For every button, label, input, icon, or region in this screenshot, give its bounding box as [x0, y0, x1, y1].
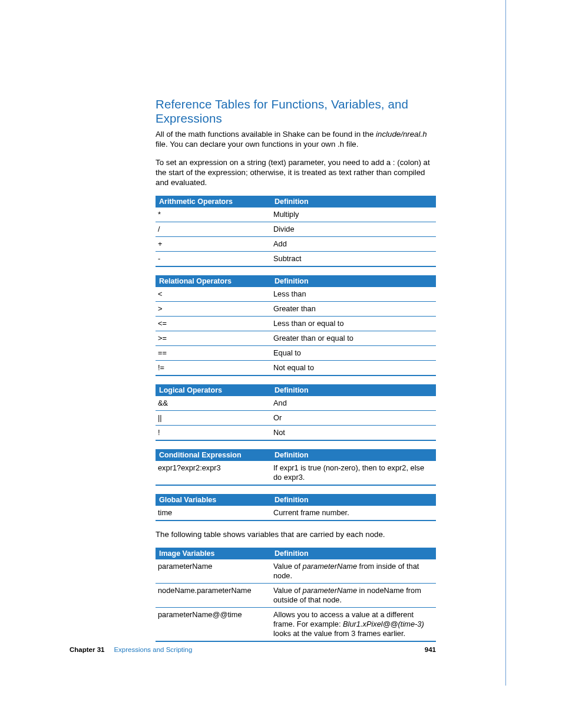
filename: include/nreal.h — [376, 130, 427, 139]
cell: Current frame number. — [271, 506, 436, 521]
cell: Equal to — [271, 346, 436, 361]
table-row: +Add — [156, 237, 436, 252]
cell: parameterName — [156, 559, 271, 584]
cell: ! — [156, 426, 271, 441]
cell: Greater than — [271, 302, 436, 317]
cell: / — [156, 222, 271, 237]
logical-operators-table: Logical Operators Definition &&And ||Or … — [156, 384, 436, 441]
cell: parameterName@@time — [156, 608, 271, 642]
intro-paragraph-1: All of the math functions available in S… — [156, 129, 436, 149]
text: Value of — [273, 562, 303, 571]
cell: || — [156, 411, 271, 426]
term: Blur1.xPixel@@(time-3) — [343, 620, 424, 628]
table-row: /Divide — [156, 222, 436, 237]
term: parameterName — [303, 586, 357, 595]
cell: Less than or equal to — [271, 317, 436, 331]
cell: < — [156, 287, 271, 302]
table-head: Relational Operators Definition — [156, 275, 436, 287]
table-row: expr1?expr2:expr3If expr1 is true (non-z… — [156, 461, 436, 485]
conditional-expression-table: Conditional Expression Definition expr1?… — [156, 449, 436, 486]
col-operator: Logical Operators — [156, 384, 271, 396]
text: file. You can declare your own functions… — [156, 140, 358, 149]
cell: && — [156, 396, 271, 411]
col-operator: Global Variables — [156, 494, 271, 506]
col-definition: Definition — [271, 548, 436, 559]
cell: And — [271, 396, 436, 411]
cell: Not equal to — [271, 361, 436, 376]
table-row: &&And — [156, 396, 436, 411]
col-definition: Definition — [271, 449, 436, 461]
cell: time — [156, 506, 271, 521]
table-row: >Greater than — [156, 302, 436, 317]
col-definition: Definition — [271, 384, 436, 396]
heading: Reference Tables for Functions, Variable… — [156, 97, 436, 126]
cell: >= — [156, 331, 271, 346]
arithmetic-operators-table: Arithmetic Operators Definition *Multipl… — [156, 196, 436, 267]
cell: expr1?expr2:expr3 — [156, 461, 271, 485]
page: Reference Tables for Functions, Variable… — [0, 0, 506, 686]
page-footer: Chapter 31 Expressions and Scripting 941 — [70, 646, 436, 653]
cell: > — [156, 302, 271, 317]
intro-paragraph-2: To set an expression on a string (text) … — [156, 157, 436, 187]
global-variables-table: Global Variables Definition timeCurrent … — [156, 494, 436, 521]
cell: - — [156, 252, 271, 267]
page-number: 941 — [425, 646, 436, 653]
cell: Or — [271, 411, 436, 426]
text: All of the math functions available in S… — [156, 130, 376, 139]
col-operator: Arithmetic Operators — [156, 196, 271, 207]
image-variables-table: Image Variables Definition parameterName… — [156, 548, 436, 642]
table-row: <=Less than or equal to — [156, 317, 436, 331]
table-row: >=Greater than or equal to — [156, 331, 436, 346]
col-operator: Conditional Expression — [156, 449, 271, 461]
table-row: timeCurrent frame number. — [156, 506, 436, 521]
cell: * — [156, 207, 271, 222]
table-row: *Multiply — [156, 207, 436, 222]
cell: Value of parameterName from inside of th… — [271, 559, 436, 584]
term: parameterName — [303, 562, 357, 571]
table-row: parameterName@@time Allows you to access… — [156, 608, 436, 642]
relational-operators-table: Relational Operators Definition <Less th… — [156, 275, 436, 376]
col-operator: Relational Operators — [156, 275, 271, 287]
cell: Multiply — [271, 207, 436, 222]
col-definition: Definition — [271, 494, 436, 506]
cell: Add — [271, 237, 436, 252]
cell: Value of parameterName in nodeName from … — [271, 584, 436, 608]
table-head: Image Variables Definition — [156, 548, 436, 559]
node-variables-intro: The following table shows variables that… — [156, 529, 436, 539]
table-row: !=Not equal to — [156, 361, 436, 376]
cell: If expr1 is true (non-zero), then to exp… — [271, 461, 436, 485]
chapter-label: Chapter 31 — [70, 646, 104, 653]
col-definition: Definition — [271, 196, 436, 207]
cell: Subtract — [271, 252, 436, 267]
table-head: Arithmetic Operators Definition — [156, 196, 436, 207]
table-row: !Not — [156, 426, 436, 441]
table-head: Logical Operators Definition — [156, 384, 436, 396]
cell: Less than — [271, 287, 436, 302]
table-head: Global Variables Definition — [156, 494, 436, 506]
cell: Greater than or equal to — [271, 331, 436, 346]
text: looks at the value from 3 frames earlier… — [273, 629, 405, 638]
text: Value of — [273, 586, 303, 595]
table-row: -Subtract — [156, 252, 436, 267]
cell: nodeName.parameterName — [156, 584, 271, 608]
cell: != — [156, 361, 271, 376]
table-head: Conditional Expression Definition — [156, 449, 436, 461]
cell: Divide — [271, 222, 436, 237]
cell: == — [156, 346, 271, 361]
table-row: ==Equal to — [156, 346, 436, 361]
cell: <= — [156, 317, 271, 331]
cell: Not — [271, 426, 436, 441]
table-row: <Less than — [156, 287, 436, 302]
table-row: parameterName Value of parameterName fro… — [156, 559, 436, 584]
table-row: ||Or — [156, 411, 436, 426]
col-operator: Image Variables — [156, 548, 271, 559]
col-definition: Definition — [271, 275, 436, 287]
cell: Allows you to access a value at a differ… — [271, 608, 436, 642]
table-row: nodeName.parameterName Value of paramete… — [156, 584, 436, 608]
cell: + — [156, 237, 271, 252]
chapter-title: Expressions and Scripting — [114, 646, 192, 653]
